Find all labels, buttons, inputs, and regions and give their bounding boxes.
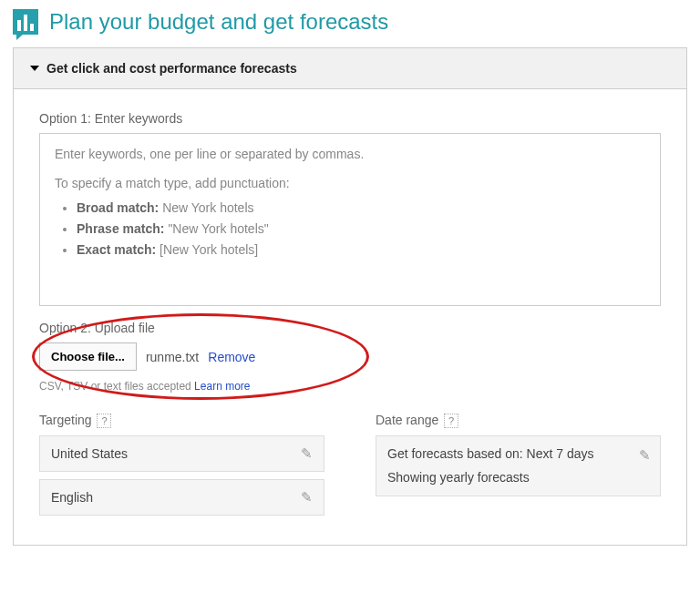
chart-bubble-icon — [13, 9, 38, 35]
option2-section: Option 2: Upload file Choose file... run… — [39, 321, 661, 393]
pencil-icon: ✎ — [639, 445, 651, 465]
panel-header[interactable]: Get click and cost performance forecasts — [14, 48, 686, 89]
remove-file-link[interactable]: Remove — [208, 350, 255, 364]
panel-body: Option 1: Enter keywords Enter keywords,… — [14, 89, 686, 545]
forecast-yearly-text: Showing yearly forecasts — [387, 469, 649, 487]
learn-more-link[interactable]: Learn more — [194, 380, 250, 393]
page-header: Plan your budget and get forecasts — [13, 9, 687, 35]
targeting-label: Targeting ? — [39, 413, 324, 428]
option1-label: Option 1: Enter keywords — [39, 111, 661, 126]
choose-file-button[interactable]: Choose file... — [39, 342, 137, 371]
pencil-icon: ✎ — [301, 489, 313, 506]
main-panel: Get click and cost performance forecasts… — [13, 47, 687, 546]
keywords-textarea[interactable]: Enter keywords, one per line or separate… — [39, 133, 661, 306]
placeholder-line: To specify a match type, add punctuation… — [55, 174, 645, 194]
uploaded-filename: runme.txt — [146, 350, 199, 364]
help-icon[interactable]: ? — [97, 414, 111, 428]
match-type-list: Broad match: New York hotels Phrase matc… — [55, 199, 645, 260]
language-picker[interactable]: English ✎ — [39, 479, 324, 516]
panel-title: Get click and cost performance forecasts — [46, 61, 297, 76]
date-range-label: Date range ? — [376, 413, 661, 428]
date-range-section: Date range ? ✎ Get forecasts based on: N… — [376, 413, 661, 523]
date-range-picker[interactable]: ✎ Get forecasts based on: Next 7 days Sh… — [376, 435, 661, 496]
targeting-section: Targeting ? United States ✎ English ✎ — [39, 413, 324, 523]
page-title: Plan your budget and get forecasts — [49, 9, 388, 35]
forecast-basis: Get forecasts based on: Next 7 days — [387, 445, 649, 464]
match-type-item: Broad match: New York hotels — [77, 199, 645, 219]
bottom-row: Targeting ? United States ✎ English ✎ Da… — [39, 413, 661, 523]
location-value: United States — [51, 446, 128, 461]
location-picker[interactable]: United States ✎ — [39, 435, 324, 472]
help-icon[interactable]: ? — [444, 414, 458, 428]
option1-section: Option 1: Enter keywords Enter keywords,… — [39, 111, 661, 306]
language-value: English — [51, 490, 93, 505]
pencil-icon: ✎ — [301, 445, 313, 462]
caret-down-icon — [30, 66, 39, 71]
option2-label: Option 2: Upload file — [39, 321, 661, 335]
accepted-filetypes: CSV, TSV or text files accepted Learn mo… — [39, 380, 661, 393]
match-type-item: Exact match: [New York hotels] — [77, 240, 645, 261]
upload-row: Choose file... runme.txt Remove — [39, 342, 661, 371]
placeholder-line: Enter keywords, one per line or separate… — [55, 145, 645, 165]
match-type-item: Phrase match: "New York hotels" — [77, 220, 645, 240]
